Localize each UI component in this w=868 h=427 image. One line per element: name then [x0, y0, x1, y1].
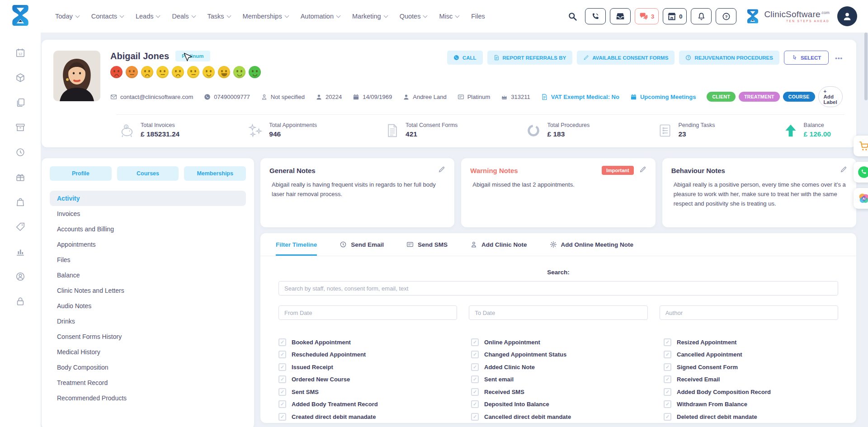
chat-button[interactable]: 3 — [635, 8, 659, 24]
filter-checkbox-item[interactable]: Rescheduled Appointment — [278, 351, 471, 359]
more-options-button[interactable]: ••• — [833, 51, 844, 66]
menu-item-invoices[interactable]: Invoices — [50, 206, 246, 221]
mood-face-9[interactable] — [233, 66, 245, 78]
available-consent-forms-button[interactable]: AVAILABLE CONSENT FORMS — [577, 51, 675, 65]
filter-checkbox-item[interactable]: Cancelled Appointment — [664, 351, 856, 359]
patient-photo[interactable] — [53, 51, 100, 101]
filter-checkbox-item[interactable]: Cancelled direct debit mandate — [471, 413, 664, 421]
call-button[interactable]: CALL — [447, 51, 483, 65]
app-logo[interactable] — [0, 4, 41, 28]
nav-today[interactable]: Today — [55, 13, 79, 20]
mood-face-5[interactable] — [172, 66, 184, 78]
filter-checkbox-item[interactable]: Added Body Composition Record — [664, 388, 856, 396]
package-icon[interactable] — [15, 73, 25, 83]
filter-checkbox-item[interactable]: Sent email — [471, 375, 664, 384]
filter-checkbox-item[interactable]: Deposited Into Balance — [471, 400, 664, 408]
dialer-button[interactable] — [585, 8, 606, 24]
filter-checkbox-item[interactable]: Online Appointment — [471, 338, 664, 346]
menu-item-activity[interactable]: Activity — [50, 191, 246, 206]
timeline-search-input[interactable] — [278, 281, 838, 296]
menu-item-accounts-and-billing[interactable]: Accounts and Billing — [50, 221, 246, 237]
mood-face-6[interactable] — [187, 66, 199, 78]
nav-automation[interactable]: Automation — [301, 13, 340, 20]
tab-profile[interactable]: Profile — [50, 166, 112, 181]
history-icon[interactable] — [15, 147, 25, 157]
tab-send-sms[interactable]: Send SMS — [406, 233, 448, 256]
brand-logo[interactable]: ClinicSoftware.com TEN STEPS AHEAD — [745, 9, 830, 24]
page-scrollbar[interactable] — [864, 33, 868, 427]
tab-add-online-meeting-note[interactable]: Add Online Meeting Note — [550, 233, 634, 256]
help-button[interactable] — [716, 8, 736, 24]
mood-face-8[interactable] — [218, 66, 230, 78]
bar-chart-icon[interactable] — [15, 247, 25, 257]
store-button[interactable]: 0 — [663, 8, 687, 24]
filter-checkbox-item[interactable]: Received Email — [664, 375, 856, 384]
filter-checkbox-item[interactable]: Received SMS — [471, 388, 664, 396]
filter-checkbox-item[interactable]: Ordered New Course — [278, 375, 471, 384]
archive-icon[interactable] — [15, 122, 25, 132]
notifications-button[interactable] — [691, 8, 712, 24]
to-date-input[interactable] — [469, 305, 647, 320]
filter-checkbox-item[interactable]: Changed Appointment Status — [471, 351, 664, 359]
shopping-bag-icon[interactable] — [15, 197, 25, 207]
edit-pencil-icon[interactable] — [840, 166, 847, 175]
tab-memberships[interactable]: Memberships — [184, 166, 246, 181]
mood-face-7[interactable] — [203, 66, 215, 78]
scrollbar-thumb[interactable] — [864, 33, 868, 100]
mood-face-1[interactable] — [110, 66, 123, 78]
edit-pencil-icon[interactable] — [438, 166, 445, 175]
filter-checkbox-item[interactable]: Added Clinic Note — [471, 363, 664, 371]
menu-item-appointments[interactable]: Appointments — [50, 237, 246, 252]
menu-item-balance[interactable]: Balance — [50, 267, 246, 283]
gift-icon[interactable] — [15, 172, 25, 182]
author-input[interactable] — [660, 305, 838, 320]
menu-item-medical-history[interactable]: Medical History — [50, 344, 246, 360]
nav-memberships[interactable]: Memberships — [243, 13, 288, 20]
filter-checkbox-item[interactable]: Sent SMS — [278, 388, 471, 396]
filter-checkbox-item[interactable]: Created direct debit manadate — [278, 413, 471, 421]
filter-checkbox-item[interactable]: Resized Appointment — [664, 338, 856, 346]
mood-face-4[interactable] — [156, 66, 169, 78]
filter-checkbox-item[interactable]: Issued Receipt — [278, 363, 471, 371]
menu-item-files[interactable]: Files — [50, 252, 246, 267]
tier-badge[interactable]: Platinum — [175, 51, 210, 61]
support-icon[interactable] — [15, 272, 25, 282]
nav-marketing[interactable]: Marketing — [352, 13, 387, 20]
menu-item-clinic-notes-and-letters[interactable]: Clinic Notes and Letters — [50, 283, 246, 298]
patient-phone[interactable]: 07490009777 — [204, 94, 250, 100]
menu-item-consent-forms-history[interactable]: Consent Forms History — [50, 329, 246, 344]
filter-checkbox-item[interactable]: Withdrawn From Balance — [664, 400, 856, 408]
nav-contacts[interactable]: Contacts — [91, 13, 123, 20]
tab-add-clinic-note[interactable]: Add Clinic Note — [470, 233, 527, 256]
rejuvenation-procedures-button[interactable]: REJUVENATION PROCEDURES — [679, 51, 779, 65]
from-date-input[interactable] — [278, 305, 457, 320]
tab-courses[interactable]: Courses — [117, 166, 179, 181]
filter-checkbox-item[interactable]: Added Body Treatment Record — [278, 400, 471, 408]
menu-item-treatment-record[interactable]: Treatment Record — [50, 375, 246, 390]
tab-filter-timeline[interactable]: Filter Timeline — [276, 233, 317, 256]
copies-icon[interactable] — [15, 98, 25, 108]
edit-pencil-icon[interactable] — [639, 166, 646, 175]
nav-deals[interactable]: Deals — [172, 13, 195, 20]
mood-face-3[interactable] — [141, 66, 153, 78]
filter-checkbox-item[interactable]: Booked Appointment — [278, 338, 471, 346]
mood-face-2[interactable] — [126, 66, 138, 78]
nav-tasks[interactable]: Tasks — [208, 13, 231, 20]
menu-item-recommended-products[interactable]: Recommended Products — [50, 390, 246, 406]
menu-item-audio-notes[interactable]: Audio Notes — [50, 298, 246, 314]
user-avatar[interactable] — [837, 6, 857, 26]
patient-email[interactable]: contact@clinicsoftware.com — [110, 94, 193, 100]
filter-checkbox-item[interactable]: Signed Consent Form — [664, 363, 856, 371]
report-referrals-button[interactable]: REPORT REFERRALS BY — [487, 51, 573, 65]
calendar-12-icon[interactable] — [15, 48, 25, 58]
lock-icon[interactable] — [15, 296, 25, 306]
menu-item-drinks[interactable]: Drinks — [50, 314, 246, 329]
nav-misc[interactable]: Misc — [439, 13, 459, 20]
menu-item-body-composition[interactable]: Body Composition — [50, 360, 246, 375]
tags-icon[interactable] — [15, 222, 25, 232]
tab-send-email[interactable]: Send Email — [340, 233, 384, 256]
nav-quotes[interactable]: Quotes — [400, 13, 427, 20]
mood-face-10[interactable] — [249, 66, 261, 78]
filter-checkbox-item[interactable]: Deleted direct debit mandate — [664, 413, 856, 421]
inbox-button[interactable] — [610, 8, 631, 24]
